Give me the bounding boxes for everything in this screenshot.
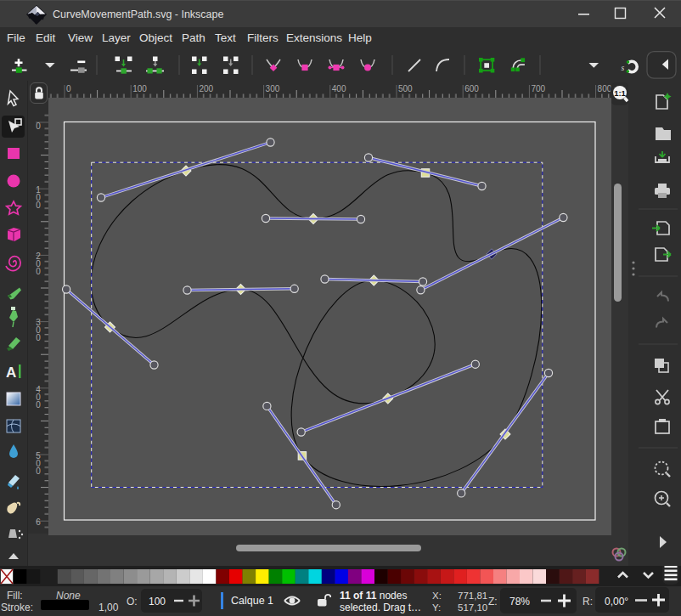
svg-text:0: 0 [36, 400, 41, 410]
svg-text:500: 500 [398, 84, 413, 93]
svg-text:300: 300 [266, 84, 280, 93]
svg-text:0: 0 [36, 201, 41, 210]
svg-text:6: 6 [36, 517, 41, 527]
svg-text:400: 400 [332, 84, 346, 93]
svg-text:0: 0 [36, 267, 41, 276]
svg-text:s: s [622, 64, 625, 72]
svg-text:100: 100 [132, 84, 147, 93]
svg-text:200: 200 [199, 84, 213, 93]
svg-text:1:1: 1:1 [614, 88, 626, 98]
svg-text:0: 0 [66, 84, 71, 93]
svg-text:700: 700 [531, 84, 545, 93]
svg-text:0: 0 [36, 333, 41, 342]
svg-text:0: 0 [36, 466, 41, 476]
svg-text:A: A [6, 365, 16, 381]
svg-text:600: 600 [464, 84, 479, 93]
svg-text:0: 0 [36, 122, 41, 131]
